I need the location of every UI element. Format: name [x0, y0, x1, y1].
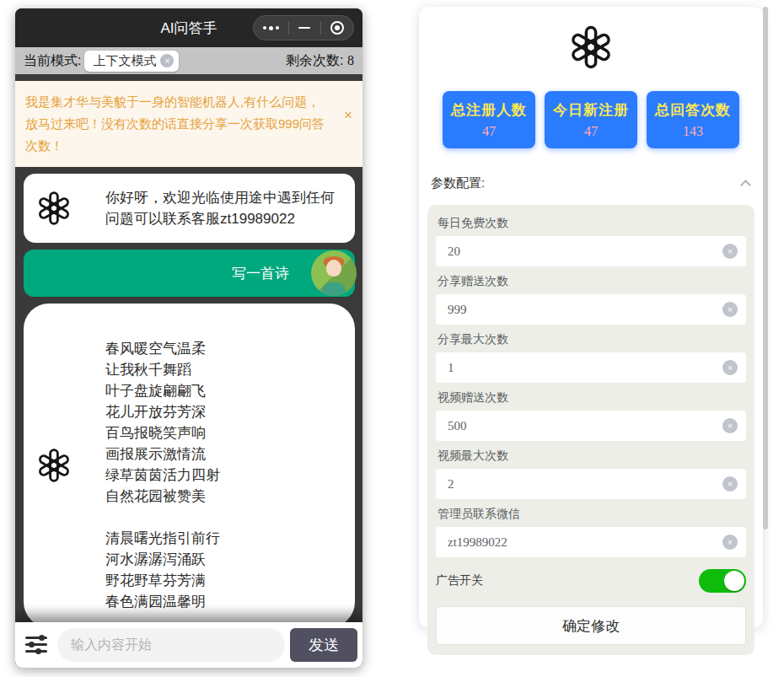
submit-button[interactable]: 确定修改	[436, 606, 746, 645]
field-share-max: ×	[436, 352, 746, 383]
page-scrollbar[interactable]	[763, 7, 768, 529]
section-title: 参数配置:	[431, 175, 742, 191]
titlebar: AI问答手	[15, 8, 362, 47]
field-daily-free: ×	[436, 236, 746, 266]
notice-banner: 我是集才华与美貌于一身的智能机器人,有什么问题， 放马过来吧！没有次数的话直接分…	[15, 81, 362, 167]
field-label-share-bonus: 分享赠送次数	[438, 274, 746, 289]
toggle-knob	[724, 571, 744, 591]
stat-value: 47	[443, 124, 535, 139]
field-admin-wechat: ×	[436, 527, 746, 557]
bot-message-text: 你好呀，欢迎光临使用途中遇到任何问题可以联系客服zt19989022	[105, 190, 335, 227]
field-video-bonus: ×	[436, 411, 746, 441]
message-input[interactable]	[57, 637, 285, 653]
clear-icon[interactable]: ×	[722, 302, 738, 317]
admin-wechat-input[interactable]	[436, 527, 746, 557]
video-bonus-input[interactable]	[436, 411, 746, 441]
user-message-text: 写一首诗	[232, 264, 289, 283]
more-icon[interactable]	[263, 26, 279, 30]
clear-icon[interactable]: ×	[722, 418, 738, 433]
share-max-input[interactable]	[436, 352, 746, 383]
remaining-count: 剩余次数: 8	[286, 52, 354, 70]
field-label-admin-wechat: 管理员联系微信	[438, 507, 746, 522]
message-input-pill	[57, 628, 285, 662]
ad-switch-label: 广告开关	[436, 573, 699, 588]
chat-area[interactable]: 我是集才华与美貌于一身的智能机器人,有什么问题， 放马过来吧！没有次数的话直接分…	[15, 74, 362, 622]
page-title: AI问答手	[160, 19, 217, 38]
field-label-video-max: 视频最大次数	[438, 449, 746, 464]
user-avatar	[311, 250, 357, 296]
chevron-up-icon[interactable]	[740, 180, 751, 191]
stats-row: 总注册人数 47 今日新注册 47 总回答次数 143	[419, 91, 763, 148]
video-max-input[interactable]	[436, 469, 746, 499]
capsule-divider	[288, 21, 289, 35]
clear-icon[interactable]: ×	[722, 360, 738, 375]
config-form: 每日免费次数 × 分享赠送次数 × 分享最大次数 × 视频赠送次数 × 视频最大…	[427, 205, 754, 655]
mode-chip[interactable]: 上下文模式 ×	[84, 51, 179, 72]
stat-label: 总注册人数	[443, 100, 535, 120]
openai-logo-icon	[35, 190, 72, 227]
stat-card-new-today: 今日新注册 47	[545, 91, 637, 148]
stat-card-total-users: 总注册人数 47	[443, 91, 535, 148]
notice-text: 我是集才华与美貌于一身的智能机器人,有什么问题， 放马过来吧！没有次数的话直接分…	[25, 94, 325, 153]
stat-value: 47	[545, 124, 637, 139]
mode-chip-label: 上下文模式	[93, 53, 156, 69]
field-video-max: ×	[436, 469, 746, 499]
mode-bar: 当前模式: 上下文模式 × 剩余次数: 8	[15, 47, 362, 74]
bot-message-poem: 春风暖空气温柔 让我秋千舞蹈 叶子盘旋翩翩飞 花儿开放芬芳深 百鸟报晓笑声响 画…	[24, 304, 355, 622]
remaining-value: 8	[347, 53, 354, 67]
capsule-menu	[253, 15, 354, 40]
field-label-daily-free: 每日免费次数	[438, 216, 746, 231]
chip-close-icon[interactable]: ×	[160, 54, 174, 67]
admin-logo-wrap	[419, 24, 763, 71]
section-header: 参数配置:	[431, 175, 749, 191]
user-message: 写一首诗	[24, 250, 355, 297]
field-label-video-bonus: 视频赠送次数	[438, 390, 746, 406]
openai-logo-icon	[567, 24, 615, 71]
field-label-share-max: 分享最大次数	[438, 332, 746, 347]
minimize-icon[interactable]	[298, 27, 310, 29]
ad-switch-toggle[interactable]	[699, 569, 746, 593]
poem-text: 春风暖空气温柔 让我秋千舞蹈 叶子盘旋翩翩飞 花儿开放芬芳深 百鸟报晓笑声响 画…	[105, 341, 220, 610]
sliders-icon[interactable]	[25, 634, 51, 656]
ad-switch-row: 广告开关	[436, 569, 746, 593]
field-share-bonus: ×	[436, 294, 746, 325]
openai-logo-icon	[35, 447, 72, 484]
send-button[interactable]: 发送	[290, 628, 357, 662]
chat-input-bar: 发送	[15, 622, 362, 668]
stat-label: 今日新注册	[545, 100, 637, 120]
share-bonus-input[interactable]	[436, 294, 746, 325]
mini-program-window: AI问答手 当前模式: 上下文模式 × 剩余次数: 8 我是集才华与美貌于一身的…	[15, 8, 362, 668]
mode-label: 当前模式:	[24, 52, 81, 70]
notice-close-icon[interactable]: ×	[344, 105, 352, 126]
bot-message-welcome: 你好呀，欢迎光临使用途中遇到任何问题可以联系客服zt19989022	[24, 174, 355, 243]
stat-label: 总回答次数	[647, 100, 739, 120]
clear-icon[interactable]: ×	[722, 476, 738, 492]
stat-value: 143	[647, 124, 739, 139]
clear-icon[interactable]: ×	[722, 535, 738, 550]
exit-icon[interactable]	[330, 21, 344, 35]
admin-panel: 总注册人数 47 今日新注册 47 总回答次数 143 参数配置: 每日免费次数…	[419, 7, 763, 628]
capsule-divider	[320, 21, 321, 35]
stat-card-total-answers: 总回答次数 143	[647, 91, 739, 148]
clear-icon[interactable]: ×	[722, 244, 738, 259]
daily-free-input[interactable]	[436, 236, 746, 266]
